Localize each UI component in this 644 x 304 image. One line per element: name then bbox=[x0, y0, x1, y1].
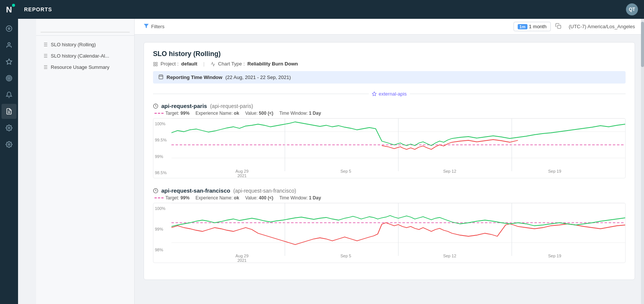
slo-sub-paris: (api-request-paris) bbox=[210, 103, 253, 109]
sidebar-search-container bbox=[36, 19, 134, 36]
nav-icon-overview[interactable] bbox=[2, 21, 17, 36]
chart-type-meta: Chart Type : Reliability Burn Down bbox=[211, 61, 298, 67]
slo-target-bar-paris: Target: 99% Experience Name: ok Value: 5… bbox=[153, 111, 626, 116]
target-dashed-line bbox=[155, 113, 164, 114]
left-navigation: N bbox=[0, 0, 18, 304]
toolbar: Filters 1m 1 month (UTC-7) America/Los_A… bbox=[135, 19, 644, 35]
filter-label: Filters bbox=[151, 24, 164, 29]
project-label bbox=[153, 61, 159, 67]
filter-button[interactable]: Filters bbox=[141, 22, 167, 31]
slo-header-sf: api-request-san-francisco (api-request-s… bbox=[153, 187, 626, 194]
time-window-label-sf: Time Window: 1 Day bbox=[279, 195, 321, 201]
timezone-label: (UTC-7) America/Los_Angeles bbox=[566, 22, 638, 31]
slo-name-sf: api-request-san-francisco bbox=[161, 187, 230, 194]
value-label: Value: 500 (<) bbox=[245, 111, 273, 116]
svg-point-1 bbox=[8, 28, 10, 30]
y-label-99-sf: 99% bbox=[155, 227, 170, 231]
nav-icon-settings1[interactable] bbox=[2, 120, 17, 135]
main-content: SLO history (Rolling) Project : default … bbox=[135, 35, 644, 304]
time-selector[interactable]: 1m 1 month bbox=[514, 22, 551, 31]
report-title: SLO history (Rolling) bbox=[153, 50, 626, 58]
nav-icon-users[interactable] bbox=[2, 38, 17, 53]
nav-icon-reports[interactable] bbox=[2, 104, 17, 119]
sidebar-item-resource-usage[interactable]: ☰ Resource Usage Summary bbox=[38, 62, 133, 73]
slo-calendar-icon: ☰ bbox=[44, 53, 48, 59]
slo-target-bar-sf: Target: 99% Experience Name: ok Value: 4… bbox=[153, 195, 626, 201]
chart-paris: 100% 99.5% 99% 98.5% bbox=[153, 118, 626, 178]
sidebar-item-label-resource-usage: Resource Usage Summary bbox=[51, 64, 109, 70]
nav-icon-targets[interactable] bbox=[2, 71, 17, 86]
time-window-bar: Reporting Time Window (22 Aug, 2021 - 22… bbox=[153, 71, 626, 84]
chart-x-labels-sf: Aug 292021 Sep 5 Sep 12 Sep 19 bbox=[171, 253, 625, 263]
svg-point-0 bbox=[6, 26, 12, 32]
time-window-label-paris: Time Window: 1 Day bbox=[279, 111, 321, 116]
section-divider-external-apis: external-apis bbox=[153, 91, 626, 97]
svg-point-10 bbox=[8, 144, 10, 146]
svg-marker-21 bbox=[372, 92, 376, 96]
value-label-sf: Value: 400 (<) bbox=[245, 195, 273, 201]
sidebar-item-label-slo-rolling: SLO history (Rolling) bbox=[51, 42, 96, 47]
sidebar-item-slo-rolling[interactable]: ☰ SLO history (Rolling) bbox=[38, 39, 133, 50]
target-label-sf: Target: 99% bbox=[165, 195, 189, 201]
y-label-98-sf: 98% bbox=[155, 248, 170, 252]
chart-y-labels-sf: 100% 99% 98% bbox=[153, 203, 171, 255]
svg-rect-14 bbox=[156, 62, 158, 64]
x-label-sep12-sf: Sep 12 bbox=[443, 254, 456, 263]
slo-section-sf: api-request-san-francisco (api-request-s… bbox=[153, 187, 626, 263]
y-label-99: 99% bbox=[155, 154, 170, 159]
time-window-label: Reporting Time Window bbox=[167, 74, 222, 80]
svg-point-6 bbox=[9, 78, 10, 79]
x-label-sep12: Sep 12 bbox=[443, 169, 456, 178]
svg-marker-11 bbox=[144, 24, 148, 28]
slo-section-paris: api-request-paris (api-request-paris) Ta… bbox=[153, 103, 626, 178]
x-label-sep19-sf: Sep 19 bbox=[548, 254, 561, 263]
user-avatar[interactable]: QT bbox=[626, 3, 638, 15]
main-area: Filters 1m 1 month (UTC-7) America/Los_A… bbox=[135, 19, 644, 304]
x-label-aug29-sf: Aug 292021 bbox=[235, 254, 249, 263]
project-meta: Project : default bbox=[153, 61, 197, 67]
y-label-995: 99.5% bbox=[155, 138, 170, 142]
logo-letter: N bbox=[6, 6, 12, 14]
copy-icon[interactable] bbox=[555, 23, 561, 30]
y-label-100-sf: 100% bbox=[155, 206, 170, 211]
time-badge: 1m bbox=[518, 24, 527, 29]
section-label-text: external-apis bbox=[379, 91, 406, 97]
chart-type-label: Chart Type bbox=[218, 61, 242, 67]
svg-marker-3 bbox=[6, 59, 12, 64]
scrollbar-thumb[interactable] bbox=[641, 22, 644, 67]
sidebar-item-label-slo-calendar: SLO history (Calendar-Al... bbox=[51, 53, 109, 59]
calendar-icon bbox=[158, 74, 164, 81]
filter-icon bbox=[144, 23, 149, 30]
x-label-sep5: Sep 5 bbox=[340, 169, 351, 178]
x-label-sep5-sf: Sep 5 bbox=[340, 254, 351, 263]
chart-x-labels-paris: Aug 292021 Sep 5 Sep 12 Sep 19 bbox=[171, 168, 625, 178]
chart-sf: 100% 99% 98% bbox=[153, 203, 626, 263]
nav-icon-integrations[interactable] bbox=[2, 54, 17, 69]
slo-header-paris: api-request-paris (api-request-paris) bbox=[153, 103, 626, 109]
svg-rect-16 bbox=[154, 65, 155, 66]
chart-y-labels-paris: 100% 99.5% 99% 98.5% bbox=[153, 119, 171, 178]
chart-type-icon bbox=[211, 61, 215, 67]
app-title: REPORTS bbox=[24, 6, 52, 12]
report-meta: Project : default | Chart Type : Reliabi… bbox=[153, 61, 626, 67]
svg-point-2 bbox=[8, 43, 10, 45]
experience-name-label-sf: Experience Name: ok bbox=[195, 195, 239, 201]
project-value: default bbox=[181, 61, 197, 67]
report-card: SLO history (Rolling) Project : default … bbox=[144, 42, 635, 280]
experience-name-label: Experience Name: ok bbox=[195, 111, 239, 116]
svg-rect-12 bbox=[558, 25, 561, 29]
nav-icon-alerts[interactable] bbox=[2, 87, 17, 102]
svg-point-5 bbox=[8, 77, 11, 80]
app-logo: N bbox=[2, 3, 16, 17]
sidebar-item-slo-calendar[interactable]: ☰ SLO history (Calendar-Al... bbox=[38, 50, 133, 61]
target-dashed-line-sf bbox=[155, 198, 164, 198]
logo-dot bbox=[12, 4, 15, 7]
slo-rolling-icon: ☰ bbox=[44, 42, 48, 47]
svg-point-9 bbox=[8, 127, 10, 129]
slo-name-paris: api-request-paris bbox=[161, 103, 207, 109]
resource-usage-icon: ☰ bbox=[44, 65, 48, 70]
nav-icon-settings2[interactable] bbox=[2, 137, 17, 152]
search-input[interactable] bbox=[41, 23, 130, 32]
slo-sub-sf: (api-request-san-francisco) bbox=[233, 188, 296, 194]
sidebar-list: ☰ SLO history (Rolling) ☰ SLO history (C… bbox=[36, 36, 134, 304]
